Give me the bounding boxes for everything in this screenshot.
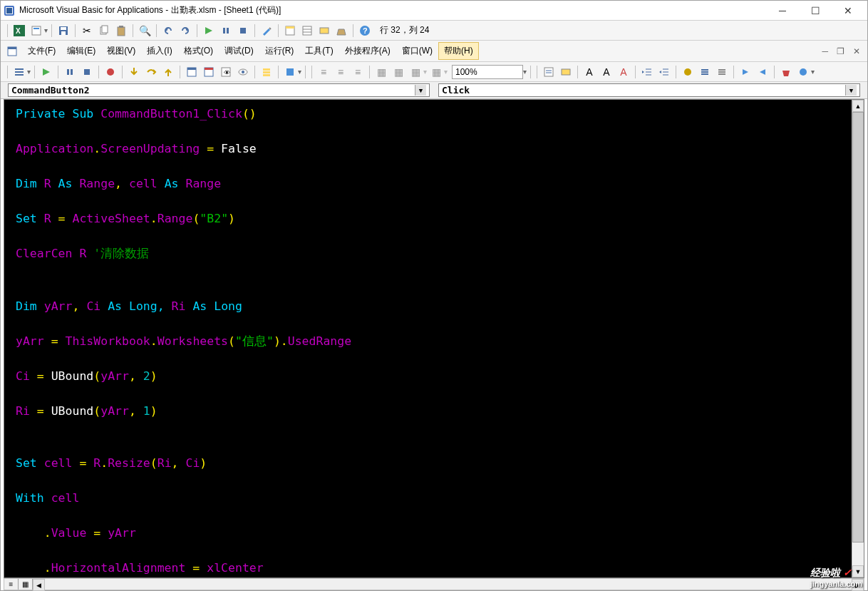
record-macro-icon[interactable]: [795, 64, 811, 80]
help-icon[interactable]: ?: [357, 23, 373, 38]
dropdown-arrow[interactable]: ▾: [298, 68, 301, 76]
dropdown-arrow[interactable]: ▾: [811, 68, 815, 76]
run-icon[interactable]: [201, 23, 217, 38]
procedure-combo[interactable]: Click ▼: [438, 83, 860, 97]
menu-window[interactable]: 窗口(W): [396, 42, 438, 60]
procedure-view-button[interactable]: ≡: [4, 579, 19, 590]
quick-info2-icon[interactable]: A: [616, 64, 631, 80]
menu-debug[interactable]: 调试(D): [219, 42, 259, 60]
design-mode-icon[interactable]: [259, 23, 274, 38]
quick-watch-icon[interactable]: [235, 64, 251, 80]
menu-addins[interactable]: 外接程序(A): [339, 42, 396, 60]
properties-icon[interactable]: [299, 23, 315, 38]
object-combo[interactable]: CommandButton2 ▼: [8, 83, 430, 97]
list-properties-icon[interactable]: [11, 64, 27, 80]
uncomment-block-icon[interactable]: [714, 64, 730, 80]
mdi-minimize[interactable]: ─: [819, 45, 831, 58]
locals-window-icon[interactable]: [184, 64, 200, 80]
menu-edit[interactable]: 编辑(E): [61, 42, 101, 60]
scroll-up-button[interactable]: ▲: [852, 100, 864, 112]
step-out-icon[interactable]: [160, 64, 176, 80]
prev-bookmark-icon[interactable]: [755, 64, 770, 80]
list-members-icon[interactable]: [541, 64, 557, 80]
step-over-icon[interactable]: [143, 64, 159, 80]
chevron-down-icon[interactable]: ▼: [845, 85, 857, 96]
parameter-info-icon[interactable]: [558, 64, 574, 80]
call-stack-icon[interactable]: [259, 64, 274, 80]
paste-icon[interactable]: [113, 23, 129, 38]
toggle-breakpoint-icon[interactable]: [103, 64, 118, 80]
toolbar-2: ▾ 👁 ▾ ≡ ≡ ≡ ▦ ▦ ▦ ▾ ▦ ▾ ▾: [1, 62, 867, 82]
outdent-icon[interactable]: [656, 64, 672, 80]
align-center-icon: ≡: [333, 64, 348, 80]
watermark-check-icon: ✓: [843, 567, 852, 578]
comment-block-icon[interactable]: [697, 64, 713, 80]
break-icon[interactable]: [218, 23, 234, 38]
maximize-button[interactable]: ☐: [799, 1, 832, 20]
system-menu-icon[interactable]: [5, 44, 19, 58]
minimize-button[interactable]: ─: [766, 1, 799, 20]
dropdown-arrow[interactable]: ▾: [44, 26, 48, 34]
redo-icon[interactable]: [177, 23, 193, 38]
run-sub-icon[interactable]: [38, 64, 54, 80]
toggle-bookmark-icon[interactable]: [680, 64, 696, 80]
vertical-scrollbar[interactable]: ▲ ▼: [852, 100, 864, 577]
scroll-track[interactable]: [852, 112, 864, 565]
object-browser-icon[interactable]: [316, 23, 332, 38]
toolbox-icon[interactable]: [334, 23, 349, 38]
chevron-down-icon[interactable]: ▼: [415, 85, 426, 96]
menu-help[interactable]: 帮助(H): [438, 42, 479, 60]
menu-run[interactable]: 运行(R): [259, 42, 300, 60]
mdi-restore[interactable]: ❐: [834, 45, 847, 58]
menu-view[interactable]: 视图(V): [101, 42, 141, 60]
menu-file[interactable]: 文件(F): [22, 42, 61, 60]
stop2-icon[interactable]: [79, 64, 95, 80]
full-module-view-button[interactable]: ▦: [19, 579, 33, 590]
svg-text:👁: 👁: [224, 69, 230, 76]
separator: [180, 66, 180, 78]
svg-rect-44: [263, 74, 270, 76]
svg-point-33: [107, 68, 114, 76]
zoom-input[interactable]: [452, 65, 523, 79]
object-combo-text: CommandButton2: [11, 85, 415, 96]
find-icon[interactable]: 🔍: [137, 23, 153, 38]
save-icon[interactable]: [56, 23, 71, 38]
insert-module-icon[interactable]: [29, 23, 44, 38]
scroll-left-button[interactable]: ◀: [33, 579, 45, 591]
close-button[interactable]: ✕: [832, 1, 864, 20]
hscroll-track[interactable]: [45, 579, 852, 590]
copy-icon[interactable]: [96, 23, 112, 38]
cut-icon[interactable]: ✂: [79, 23, 95, 38]
svg-rect-13: [119, 26, 123, 28]
quick-info-icon[interactable]: A: [599, 64, 614, 80]
mdi-close[interactable]: ✕: [850, 45, 863, 58]
clear-bookmarks-icon[interactable]: [778, 64, 794, 80]
svg-point-56: [684, 68, 691, 76]
project-explorer-icon[interactable]: [282, 23, 298, 38]
watch-window-icon[interactable]: 👁: [218, 64, 234, 80]
separator: [311, 66, 312, 78]
dropdown-arrow[interactable]: ▾: [523, 68, 527, 76]
separator: [98, 66, 99, 78]
excel-icon[interactable]: X: [11, 23, 27, 38]
code-editor[interactable]: Private Sub CommandButton1_Click() Appli…: [4, 100, 852, 577]
step-into-icon[interactable]: [126, 64, 142, 80]
svg-rect-5: [32, 26, 41, 35]
indent-icon[interactable]: [639, 64, 655, 80]
menu-tools[interactable]: 工具(T): [299, 42, 339, 60]
immediate-window-icon[interactable]: [201, 64, 217, 80]
dropdown-arrow[interactable]: ▾: [27, 68, 31, 76]
reset-icon[interactable]: [235, 23, 251, 38]
menu-insert[interactable]: 插入(I): [141, 42, 177, 60]
scroll-thumb[interactable]: [852, 112, 864, 543]
pause2-icon[interactable]: [62, 64, 78, 80]
svg-rect-8: [61, 27, 66, 30]
compile-icon[interactable]: [282, 64, 298, 80]
next-bookmark-icon[interactable]: [738, 64, 753, 80]
watermark-url: jingyanla.com: [810, 580, 862, 588]
complete-word-icon[interactable]: A: [582, 64, 597, 80]
menu-format[interactable]: 格式(O): [178, 42, 219, 60]
dropdown-arrow: ▾: [444, 68, 448, 76]
separator: [278, 24, 279, 37]
undo-icon[interactable]: [160, 23, 176, 38]
